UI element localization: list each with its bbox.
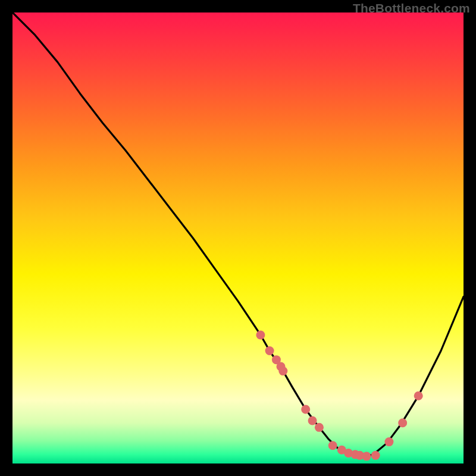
- data-dot: [315, 423, 324, 432]
- chart-container: TheBottleneck.com: [0, 0, 476, 476]
- data-dot: [328, 441, 337, 450]
- data-dot: [265, 346, 274, 355]
- data-dot: [308, 416, 317, 425]
- data-dot: [384, 437, 393, 446]
- data-dots: [256, 330, 422, 461]
- data-dot: [362, 452, 371, 461]
- plot-area: [12, 12, 464, 464]
- data-dot: [301, 405, 310, 414]
- chart-svg: [12, 12, 464, 464]
- data-dot: [371, 451, 380, 460]
- data-dot: [278, 367, 287, 375]
- data-dot: [256, 330, 265, 339]
- curve-line: [12, 12, 464, 457]
- data-dot: [414, 392, 423, 400]
- data-dot: [398, 418, 407, 427]
